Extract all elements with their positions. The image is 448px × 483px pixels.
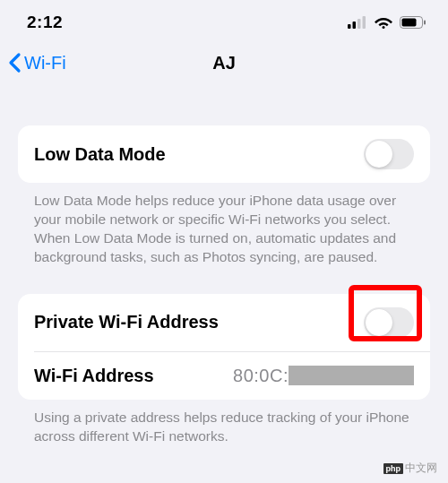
nav-header: Wi-Fi AJ (0, 41, 448, 88)
wifi-addr-row: Wi-Fi Address 80:0C: (18, 352, 430, 400)
private-addr-toggle[interactable] (364, 307, 414, 338)
signal-icon (348, 16, 367, 29)
watermark-logo: php (383, 463, 404, 474)
svg-point-4 (383, 26, 385, 29)
watermark: php 中文网 (383, 461, 438, 476)
low-data-group: Low Data Mode (18, 125, 430, 183)
svg-rect-6 (402, 19, 417, 27)
svg-rect-3 (363, 16, 366, 29)
toggle-knob (366, 309, 392, 336)
low-data-row[interactable]: Low Data Mode (18, 125, 430, 183)
private-addr-group: Private Wi-Fi Address Wi-Fi Address 80:0… (18, 294, 430, 400)
wifi-addr-value-area: 80:0C: (233, 366, 414, 386)
back-label: Wi-Fi (24, 53, 66, 73)
svg-rect-1 (353, 22, 357, 29)
wifi-icon (375, 16, 392, 29)
redacted-mask (289, 366, 414, 385)
wifi-addr-label: Wi-Fi Address (34, 366, 154, 386)
battery-icon (400, 16, 426, 29)
low-data-footer: Low Data Mode helps reduce your iPhone d… (0, 183, 448, 267)
svg-rect-0 (348, 24, 351, 29)
status-time: 2:12 (27, 13, 63, 32)
watermark-text: 中文网 (405, 461, 437, 476)
private-addr-label: Private Wi-Fi Address (34, 312, 219, 332)
chevron-left-icon (7, 52, 22, 73)
status-bar: 2:12 (0, 0, 448, 41)
low-data-label: Low Data Mode (34, 144, 166, 165)
private-addr-row[interactable]: Private Wi-Fi Address (18, 294, 430, 351)
low-data-toggle[interactable] (364, 139, 414, 169)
back-button[interactable]: Wi-Fi (7, 52, 66, 73)
page-title: AJ (212, 53, 236, 73)
svg-rect-2 (358, 19, 361, 29)
wifi-addr-value: 80:0C: (233, 366, 289, 386)
status-icons (348, 16, 426, 29)
private-addr-footer: Using a private address helps reduce tra… (0, 400, 448, 446)
toggle-knob (366, 141, 392, 168)
svg-rect-7 (424, 21, 426, 25)
